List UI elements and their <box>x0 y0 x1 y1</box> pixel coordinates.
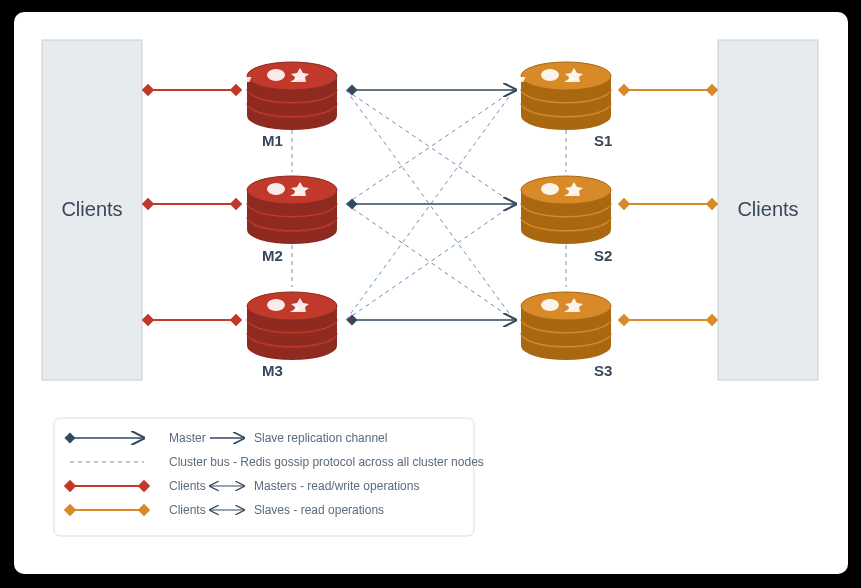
legend-row3-b: Masters - read/write operations <box>254 479 419 493</box>
legend-row1-b: Slave replication channel <box>254 431 387 445</box>
clients-right-label: Clients <box>737 198 798 220</box>
master-node-m1 <box>241 62 337 130</box>
replication-lines <box>352 90 516 320</box>
svg-point-35 <box>267 299 285 311</box>
svg-point-34 <box>247 292 337 320</box>
master-node-m2 <box>199 176 337 244</box>
svg-point-25 <box>267 69 285 81</box>
svg-rect-31 <box>199 191 210 196</box>
svg-rect-46 <box>473 191 484 196</box>
legend-row1-a: Master <box>169 431 206 445</box>
master-label-3: M3 <box>262 362 283 379</box>
svg-point-30 <box>267 183 285 195</box>
legend: Master Slave replication channel Cluster… <box>54 418 484 536</box>
slave-node-s2 <box>473 176 611 244</box>
diagram-card: Clients Clients <box>14 12 848 574</box>
slave-node-s1 <box>515 62 611 130</box>
diagram-svg: Clients Clients <box>14 12 848 574</box>
svg-line-9 <box>346 90 514 204</box>
legend-row3-a: Clients <box>169 479 206 493</box>
slave-label-3: S3 <box>594 362 612 379</box>
svg-rect-36 <box>157 307 168 312</box>
client-master-lines <box>148 90 236 320</box>
master-label-1: M1 <box>262 132 283 149</box>
master-node-m3 <box>157 292 337 360</box>
slave-node-s3 <box>431 292 611 360</box>
svg-line-10 <box>346 204 514 320</box>
svg-rect-41 <box>515 77 526 82</box>
legend-row4-b: Slaves - read operations <box>254 503 384 517</box>
master-label-2: M2 <box>262 247 283 264</box>
svg-point-50 <box>541 299 559 311</box>
clients-left-label: Clients <box>61 198 122 220</box>
svg-point-49 <box>521 292 611 320</box>
svg-point-44 <box>521 176 611 204</box>
svg-point-29 <box>247 176 337 204</box>
legend-row4-a: Clients <box>169 503 206 517</box>
slave-label-1: S1 <box>594 132 612 149</box>
svg-point-40 <box>541 69 559 81</box>
svg-rect-51 <box>431 307 442 312</box>
svg-point-45 <box>541 183 559 195</box>
svg-point-24 <box>247 62 337 90</box>
legend-row2: Cluster bus - Redis gossip protocol acro… <box>169 455 484 469</box>
svg-line-12 <box>346 204 514 320</box>
svg-rect-26 <box>241 77 252 82</box>
slave-label-2: S2 <box>594 247 612 264</box>
svg-line-7 <box>346 90 514 204</box>
svg-point-39 <box>521 62 611 90</box>
client-slave-lines <box>624 90 712 320</box>
